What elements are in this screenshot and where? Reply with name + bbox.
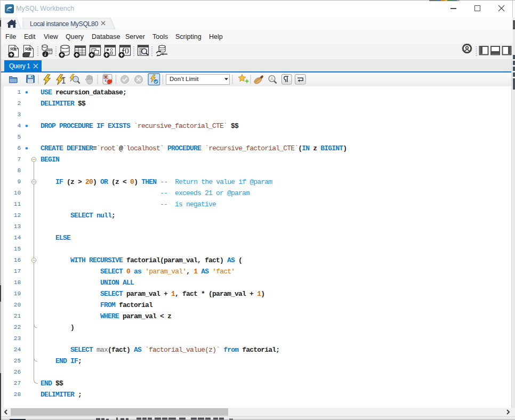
svg-text:A: A	[270, 76, 273, 82]
